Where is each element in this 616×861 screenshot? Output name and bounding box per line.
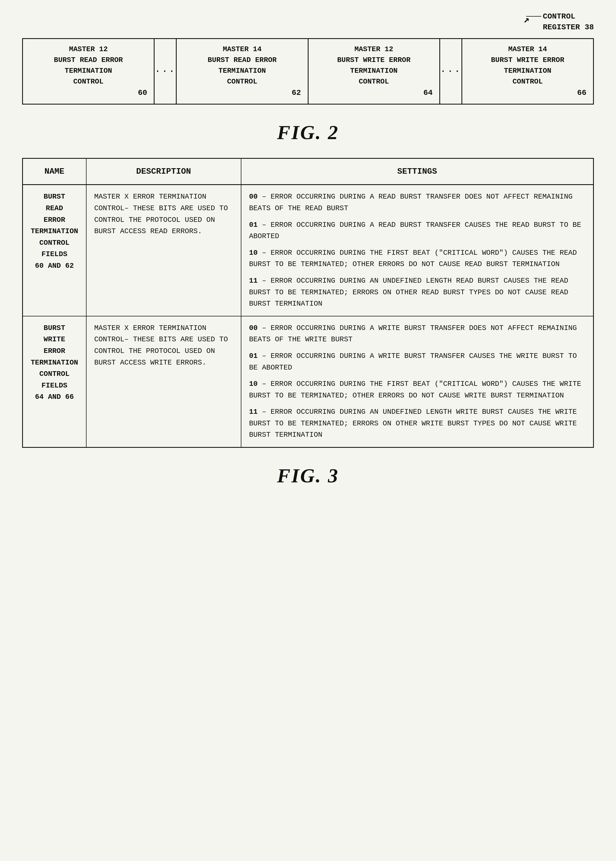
reg-dots-2: ···	[440, 39, 462, 104]
control-register-area: ↗ CONTROL REGISTER 38	[22, 11, 594, 33]
reg-cell-60: MASTER 12 BURST READ ERROR TERMINATION C…	[23, 39, 154, 104]
register-diagram: MASTER 12 BURST READ ERROR TERMINATION C…	[22, 38, 594, 105]
settings-write: 00 – ERROR OCCURRING DURING A WRITE BURS…	[241, 316, 594, 447]
reg-cell-66: MASTER 14 BURST WRITE ERROR TERMINATION …	[462, 39, 593, 104]
header-description: DESCRIPTION	[86, 159, 241, 185]
reg-cell-62: MASTER 14 BURST READ ERROR TERMINATION C…	[177, 39, 308, 104]
reg-cell-64: MASTER 12 BURST WRITE ERROR TERMINATION …	[308, 39, 440, 104]
desc-write: MASTER X ERROR TERMINATION CONTROL– THES…	[86, 316, 241, 447]
header-name: NAME	[23, 159, 86, 185]
header-settings: SETTINGS	[241, 159, 594, 185]
table-row-write: BURSTWRITEERRORTERMINATIONCONTROLFIELDS6…	[23, 316, 594, 447]
desc-read: MASTER X ERROR TERMINATION CONTROL– THES…	[86, 185, 241, 316]
setting-read-11: 11 – ERROR OCCURRING DURING AN UNDEFINED…	[249, 275, 585, 310]
reg-dots-1: ···	[154, 39, 177, 104]
control-register-line2: REGISTER 38	[543, 23, 594, 31]
main-table: NAME DESCRIPTION SETTINGS BURSTREADERROR…	[22, 158, 594, 448]
setting-read-10: 10 – ERROR OCCURRING DURING THE FIRST BE…	[249, 247, 585, 270]
table-row-read: BURSTREADERRORTERMINATIONCONTROLFIELDS60…	[23, 185, 594, 316]
setting-write-11: 11 – ERROR OCCURRING DURING AN UNDEFINED…	[249, 406, 585, 441]
settings-read: 00 – ERROR OCCURRING DURING A READ BURST…	[241, 185, 594, 316]
control-register-line1: CONTROL	[543, 12, 575, 21]
name-write: BURSTWRITEERRORTERMINATIONCONTROLFIELDS6…	[23, 316, 86, 447]
fig3-label: FIG. 3	[22, 464, 594, 487]
setting-write-10: 10 – ERROR OCCURRING DURING THE FIRST BE…	[249, 378, 585, 401]
setting-write-00: 00 – ERROR OCCURRING DURING A WRITE BURS…	[249, 323, 585, 345]
fig2-label: FIG. 2	[22, 121, 594, 144]
setting-read-01: 01 – ERROR OCCURRING DURING A READ BURST…	[249, 219, 585, 242]
cr-arrow: ↗	[523, 13, 530, 27]
control-register-label: ↗ CONTROL REGISTER 38	[543, 11, 594, 33]
name-read: BURSTREADERRORTERMINATIONCONTROLFIELDS60…	[23, 185, 86, 316]
setting-read-00: 00 – ERROR OCCURRING DURING A READ BURST…	[249, 191, 585, 214]
setting-write-01: 01 – ERROR OCCURRING DURING A WRITE BURS…	[249, 350, 585, 373]
